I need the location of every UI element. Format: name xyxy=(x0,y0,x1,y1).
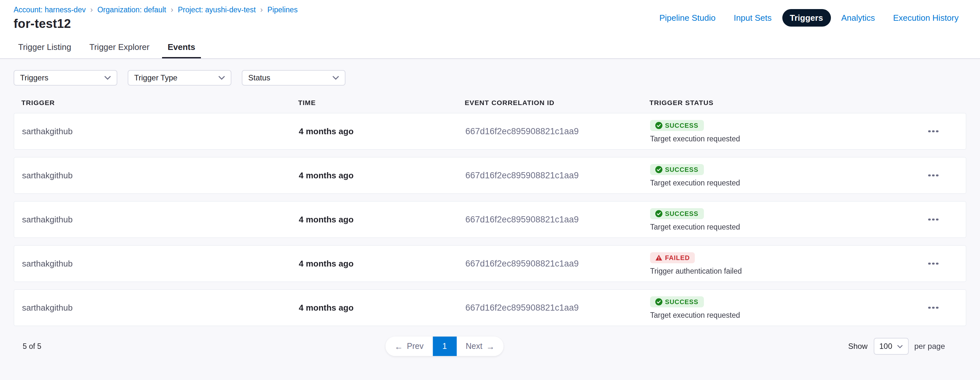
tabs: Trigger Listing Trigger Explorer Events xyxy=(0,37,980,59)
event-time: 4 months ago xyxy=(299,259,465,268)
warning-triangle-icon xyxy=(655,254,662,261)
filter-label: Triggers xyxy=(20,73,48,82)
per-page-controls: Show 100 per page xyxy=(848,338,945,355)
filter-triggers[interactable]: Triggers xyxy=(14,70,117,86)
breadcrumb-link-pipelines[interactable]: Pipelines xyxy=(267,6,298,14)
check-circle-icon xyxy=(655,210,662,217)
status-detail: Target execution requested xyxy=(650,135,740,143)
trigger-status-cell: SUCCESS Target execution requested xyxy=(650,208,901,231)
prev-label: Prev xyxy=(407,342,423,351)
pagination-summary: 5 of 5 xyxy=(23,342,41,350)
table-row: sarthakgithub 4 months ago 667d16f2ec895… xyxy=(14,289,966,326)
page-size-select[interactable]: 100 xyxy=(873,338,908,355)
table-row: sarthakgithub 4 months ago 667d16f2ec895… xyxy=(14,157,966,194)
page-size-value: 100 xyxy=(879,342,892,351)
row-menu-button[interactable] xyxy=(923,125,944,138)
status-detail: Target execution requested xyxy=(650,179,740,187)
nav-pipeline-studio[interactable]: Pipeline Studio xyxy=(651,9,723,27)
breadcrumb-link-project[interactable]: Project: ayushi-dev-test xyxy=(178,6,256,14)
nav-execution-history[interactable]: Execution History xyxy=(885,9,966,27)
status-label: SUCCESS xyxy=(665,298,698,305)
status-label: SUCCESS xyxy=(665,122,698,129)
tab-trigger-explorer[interactable]: Trigger Explorer xyxy=(84,37,155,58)
row-menu-button[interactable] xyxy=(923,302,944,314)
status-badge: FAILED xyxy=(650,252,695,263)
arrow-right-icon: → xyxy=(486,342,495,351)
app: Account: harness-dev › Organization: def… xyxy=(0,0,980,380)
row-menu-cell xyxy=(901,302,966,314)
event-correlation-id: 667d16f2ec895908821c1aa9 xyxy=(465,215,650,224)
nav-input-sets[interactable]: Input Sets xyxy=(726,9,780,27)
chevron-right-icon: › xyxy=(260,6,263,14)
prev-button[interactable]: ← Prev xyxy=(386,337,433,356)
check-circle-icon xyxy=(655,166,662,173)
event-time: 4 months ago xyxy=(299,215,465,224)
filter-label: Status xyxy=(248,73,270,82)
col-trigger-status: TRIGGER STATUS xyxy=(649,99,902,106)
page-1-button[interactable]: 1 xyxy=(433,337,457,356)
event-time: 4 months ago xyxy=(299,126,465,136)
event-time: 4 months ago xyxy=(299,171,465,180)
tab-trigger-listing[interactable]: Trigger Listing xyxy=(12,37,77,58)
breadcrumb-link-organization[interactable]: Organization: default xyxy=(97,6,166,14)
col-time: TIME xyxy=(298,99,465,106)
chevron-down-icon xyxy=(218,76,225,80)
status-detail: Target execution requested xyxy=(650,311,740,319)
event-time: 4 months ago xyxy=(299,303,465,313)
trigger-name: sarthakgithub xyxy=(22,303,299,313)
table-row: sarthakgithub 4 months ago 667d16f2ec895… xyxy=(14,201,966,238)
status-label: SUCCESS xyxy=(665,166,698,173)
next-label: Next xyxy=(466,342,482,351)
status-badge: SUCCESS xyxy=(650,208,703,219)
chevron-down-icon xyxy=(897,345,902,348)
pagination-bar: 5 of 5 ← Prev 1 Next → Show 100 per page xyxy=(14,337,966,356)
filters: Triggers Trigger Type Status xyxy=(14,70,966,86)
chevron-down-icon xyxy=(104,76,111,80)
trigger-status-cell: SUCCESS Target execution requested xyxy=(650,296,901,319)
status-badge: SUCCESS xyxy=(650,120,703,131)
event-correlation-id: 667d16f2ec895908821c1aa9 xyxy=(465,259,650,268)
row-menu-button[interactable] xyxy=(923,169,944,182)
table-body: sarthakgithub 4 months ago 667d16f2ec895… xyxy=(14,113,966,326)
events-content: Triggers Trigger Type Status TRIGGER TIM… xyxy=(0,59,980,356)
next-button[interactable]: Next → xyxy=(457,337,504,356)
trigger-name: sarthakgithub xyxy=(22,171,299,180)
chevron-down-icon xyxy=(332,76,339,80)
trigger-name: sarthakgithub xyxy=(22,215,299,224)
filter-label: Trigger Type xyxy=(134,73,177,82)
col-event-correlation-id: EVENT CORRELATION ID xyxy=(465,99,649,106)
row-menu-cell xyxy=(901,169,966,182)
nav-analytics[interactable]: Analytics xyxy=(834,9,883,27)
table-row: sarthakgithub 4 months ago 667d16f2ec895… xyxy=(14,245,966,282)
trigger-name: sarthakgithub xyxy=(22,259,299,268)
tab-events[interactable]: Events xyxy=(162,37,201,58)
status-badge: SUCCESS xyxy=(650,164,703,175)
chevron-right-icon: › xyxy=(171,6,173,14)
pipeline-module-nav: Pipeline Studio Input Sets Triggers Anal… xyxy=(651,9,966,27)
check-circle-icon xyxy=(655,122,662,129)
table-row: sarthakgithub 4 months ago 667d16f2ec895… xyxy=(14,113,966,150)
row-menu-button[interactable] xyxy=(923,257,944,270)
event-correlation-id: 667d16f2ec895908821c1aa9 xyxy=(465,303,650,313)
row-menu-cell xyxy=(901,213,966,226)
status-detail: Target execution requested xyxy=(650,223,740,231)
row-menu-cell xyxy=(901,125,966,138)
filter-trigger-type[interactable]: Trigger Type xyxy=(128,70,231,86)
page-header: Account: harness-dev › Organization: def… xyxy=(0,0,980,37)
arrow-left-icon: ← xyxy=(395,342,403,351)
row-menu-button[interactable] xyxy=(923,213,944,226)
show-label: Show xyxy=(848,342,867,351)
row-menu-cell xyxy=(901,257,966,270)
col-trigger: TRIGGER xyxy=(21,99,298,106)
status-badge: SUCCESS xyxy=(650,296,703,307)
filter-status[interactable]: Status xyxy=(242,70,345,86)
check-circle-icon xyxy=(655,298,662,305)
nav-triggers[interactable]: Triggers xyxy=(782,9,831,27)
breadcrumb-link-account[interactable]: Account: harness-dev xyxy=(14,6,86,14)
per-page-label: per page xyxy=(914,342,945,351)
status-label: SUCCESS xyxy=(665,210,698,217)
pager: ← Prev 1 Next → xyxy=(386,337,504,356)
event-correlation-id: 667d16f2ec895908821c1aa9 xyxy=(465,126,650,136)
event-correlation-id: 667d16f2ec895908821c1aa9 xyxy=(465,171,650,180)
table-header: TRIGGER TIME EVENT CORRELATION ID TRIGGE… xyxy=(14,99,966,106)
